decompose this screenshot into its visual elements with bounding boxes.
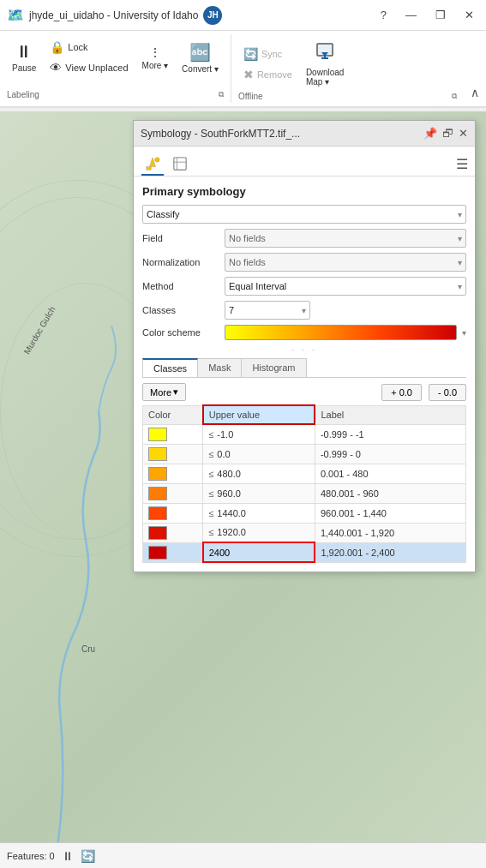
more-button[interactable]: More ▾	[142, 383, 186, 401]
ribbon-offline-items: 🔄 Sync ✖ Remove DownloadMap	[238, 38, 349, 90]
pause-icon: ⏸	[15, 42, 33, 62]
color-scheme-caret[interactable]: ▾	[462, 328, 466, 338]
method-label: Method	[142, 281, 219, 291]
pause-label: Pause	[12, 63, 36, 73]
normalization-select[interactable]: No fields ▾	[225, 253, 466, 272]
offline-group-footer: Offline ⧉	[238, 92, 457, 101]
ribbon-labeling-items: ⏸ Pause 🔒 Lock 👁 View Unplaced ⋮ More ▾ …	[7, 38, 224, 77]
table-row: ≤-1.0-0.999 - -1	[143, 424, 466, 444]
color-cell[interactable]	[143, 503, 203, 523]
classes-select[interactable]: 7 ▾	[225, 301, 310, 320]
labeling-label: Labeling	[7, 90, 39, 99]
symbology-panel: Symbology - SouthForkMTT2.tif_... 📌 🗗 ✕ …	[133, 120, 476, 572]
labeling-expand-icon[interactable]: ⧉	[219, 90, 224, 99]
color-cell[interactable]	[143, 424, 203, 444]
color-scheme-bar[interactable]	[225, 325, 457, 340]
more-labeling-button[interactable]: ⋮ More ▾	[137, 42, 174, 74]
upper-value-cell[interactable]: ≤1920.0	[203, 523, 315, 542]
symbology-tab-secondary[interactable]	[168, 152, 192, 176]
table-row: 1,920.001 - 2,400	[143, 542, 466, 562]
title-bar-left: 🗺️ jhyde_ui_uidaho - University of Idaho…	[7, 6, 222, 25]
svg-marker-5	[149, 157, 155, 166]
ribbon-offline-group: 🔄 Sync ✖ Remove DownloadMap	[231, 34, 464, 103]
table-row: ≤480.00.001 - 480	[143, 464, 466, 483]
col-header-label: Label	[315, 405, 465, 424]
view-unplaced-button[interactable]: 👁 View Unplaced	[45, 58, 133, 77]
more-labeling-icon: ⋮	[149, 45, 161, 59]
inner-tab-classes[interactable]: Classes	[142, 358, 198, 377]
upper-value-cell[interactable]	[203, 542, 315, 562]
label-cell: 1,440.001 - 1,920	[315, 523, 465, 542]
method-select[interactable]: Equal Interval ▾	[225, 277, 466, 296]
minus-button[interactable]: - 0.0	[429, 384, 466, 401]
color-cell[interactable]	[143, 464, 203, 483]
inner-tab-histogram[interactable]: Histogram	[241, 358, 306, 377]
remove-button[interactable]: ✖ Remove	[238, 65, 297, 84]
ribbon-collapse-button[interactable]: ∧	[464, 82, 486, 103]
classify-row: Classify ▾	[142, 205, 466, 224]
color-cell[interactable]	[143, 444, 203, 464]
upper-value-cell[interactable]: ≤480.0	[203, 464, 315, 483]
color-cell[interactable]	[143, 523, 203, 542]
col-header-color: Color	[143, 405, 203, 424]
field-select[interactable]: No fields ▾	[225, 229, 466, 248]
app-title: jhyde_ui_uidaho - University of Idaho	[29, 9, 198, 21]
pause-button[interactable]: ⏸ Pause	[7, 39, 41, 76]
table-row: ≤1920.01,440.001 - 1,920	[143, 523, 466, 542]
close-button[interactable]: ✕	[459, 7, 479, 23]
upper-value-cell[interactable]: ≤-1.0	[203, 424, 315, 444]
label-cell: -0.999 - -1	[315, 424, 465, 444]
offline-expand-icon[interactable]: ⧉	[452, 92, 457, 101]
download-map-label: DownloadMap ▾	[306, 68, 344, 87]
leq-symbol: ≤	[208, 527, 213, 537]
panel-float-button[interactable]: 🗗	[442, 127, 453, 140]
ribbon-lock-group: 🔒 Lock 👁 View Unplaced	[45, 38, 133, 77]
features-count: Features: 0	[7, 851, 55, 861]
label-cell: 0.001 - 480	[315, 464, 465, 483]
classify-select[interactable]: Classify ▾	[142, 205, 466, 224]
color-cell[interactable]	[143, 542, 203, 562]
remove-label: Remove	[257, 69, 292, 80]
panel-close-button[interactable]: ✕	[459, 127, 468, 140]
view-unplaced-label: View Unplaced	[65, 63, 128, 73]
table-controls: More ▾ + 0.0 - 0.0	[142, 383, 466, 401]
method-row: Method Equal Interval ▾	[142, 277, 466, 296]
inner-tab-mask[interactable]: Mask	[197, 358, 242, 377]
symbology-tab-primary[interactable]	[141, 152, 165, 176]
help-button[interactable]: ?	[375, 7, 392, 23]
leq-symbol: ≤	[208, 429, 213, 440]
svg-rect-4	[147, 166, 151, 170]
color-scheme-row: Color scheme ▾	[142, 325, 466, 340]
sync-button[interactable]: 🔄 Sync	[238, 45, 297, 63]
upper-value-cell[interactable]: ≤960.0	[203, 483, 315, 503]
panel-header: Symbology - SouthForkMTT2.tif_... 📌 🗗 ✕	[134, 121, 475, 147]
upper-value-input[interactable]	[209, 548, 261, 558]
refresh-nav-button[interactable]: 🔄	[81, 849, 95, 863]
color-swatch	[148, 546, 167, 560]
download-map-button[interactable]: DownloadMap ▾	[301, 38, 349, 90]
panel-menu-icon[interactable]: ☰	[456, 156, 468, 172]
maximize-button[interactable]: ❒	[430, 7, 451, 23]
more-caret: ▾	[173, 386, 178, 398]
field-row: Field No fields ▾	[142, 229, 466, 248]
sync-label: Sync	[261, 49, 282, 59]
ribbon-labeling-group: ⏸ Pause 🔒 Lock 👁 View Unplaced ⋮ More ▾ …	[0, 34, 231, 103]
minimize-button[interactable]: —	[400, 7, 422, 23]
table-row: ≤1440.0960.001 - 1,440	[143, 503, 466, 523]
lock-button[interactable]: 🔒 Lock	[45, 38, 133, 57]
convert-button[interactable]: 🔤 Convert ▾	[177, 39, 224, 77]
more-labeling-label: More ▾	[142, 61, 169, 70]
user-avatar[interactable]: JH	[203, 6, 222, 25]
label-cell: -0.999 - 0	[315, 444, 465, 464]
plus-button[interactable]: + 0.0	[381, 384, 422, 401]
primary-symbology-title: Primary symbology	[142, 185, 466, 198]
leq-symbol: ≤	[208, 488, 213, 499]
panel-icon-tabs: ☰	[134, 147, 475, 177]
upper-value-cell[interactable]: ≤0.0	[203, 444, 315, 464]
color-cell[interactable]	[143, 483, 203, 503]
color-swatch	[148, 447, 167, 461]
pause-nav-button[interactable]: ⏸	[62, 849, 74, 863]
color-swatch	[148, 487, 167, 500]
upper-value-cell[interactable]: ≤1440.0	[203, 503, 315, 523]
panel-auto-hide-button[interactable]: 📌	[423, 127, 437, 140]
